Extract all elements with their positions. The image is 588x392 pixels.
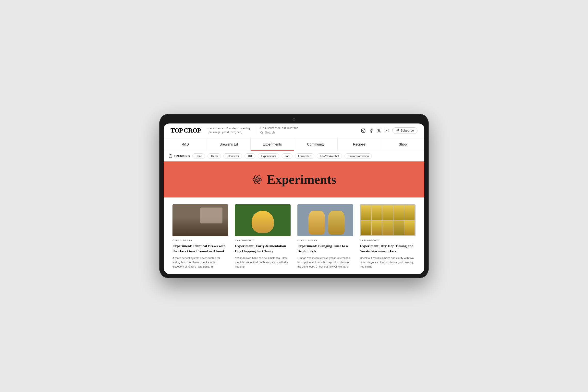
nav-item-brewers-ed[interactable]: Brewer's Ed [207,138,251,151]
nav-item-community[interactable]: Community [294,138,338,151]
article-title-4[interactable]: Experiment: Dry Hop Timing and Yeast-det… [360,244,416,254]
article-image-1 [172,204,228,236]
site-tagline: the science of modern brewing [an omega … [207,127,250,134]
svg-point-3 [362,130,364,131]
search-label: Find something interesting [260,127,356,130]
atom-icon [252,174,263,185]
svg-marker-5 [386,130,387,131]
svg-point-0 [260,131,262,133]
svg-line-1 [262,133,263,134]
device-screen: TOP CROP. the science of modern brewing … [164,124,424,274]
articles-grid: EXPERIMENTS Experiment: Identical Brews … [164,198,424,274]
search-icon [260,131,264,134]
article-image-3 [298,204,353,236]
instagram-icon[interactable] [361,128,366,133]
article-title-1[interactable]: Experiment: Identical Brews with the Haz… [172,244,228,254]
tag-experiments[interactable]: Experiments [258,153,279,159]
social-icons: Subscribe [361,128,418,134]
main-navigation: R&D Brewer's Ed Experiments Community Re… [164,138,424,151]
article-card-2: EXPERIMENTS Experiment: Early-fermentati… [232,204,294,274]
trending-label: TRENDING [168,154,190,158]
article-category-3: EXPERIMENTS [298,239,353,242]
article-title-2[interactable]: Experiment: Early-fermentation Dry Hoppi… [235,244,290,254]
article-card-3: EXPERIMENTS Experiment: Bringing Juice t… [294,204,356,274]
facebook-icon[interactable] [369,128,374,133]
twitter-x-icon[interactable] [376,128,382,133]
subscribe-button[interactable]: Subscribe [392,128,418,134]
article-image-4 [360,204,416,236]
article-card-4: EXPERIMENTS Experiment: Dry Hop Timing a… [356,204,419,274]
svg-point-9 [257,179,258,180]
article-category-4: EXPERIMENTS [360,239,416,242]
tag-thiols[interactable]: Thiols [208,153,221,159]
nav-item-rd[interactable]: R&D [164,138,207,151]
article-category-2: EXPERIMENTS [235,239,290,242]
tag-haze[interactable]: Haze [192,153,205,159]
hero-section: Experiments [164,162,424,198]
site-header: TOP CROP. the science of modern brewing … [164,124,424,138]
tag-101[interactable]: 101 [244,153,255,159]
tag-interviews[interactable]: Interviews [224,153,242,159]
nav-item-shop[interactable]: Shop [381,138,424,151]
article-excerpt-1: A more perfect system never existed for … [172,256,228,269]
article-card-1: EXPERIMENTS Experiment: Identical Brews … [169,204,232,274]
tag-lab[interactable]: Lab [282,153,292,159]
svg-point-10 [253,178,262,181]
globe-icon [168,154,172,158]
hero-title: Experiments [267,172,336,187]
tag-fermented[interactable]: Fermented [295,153,314,159]
svg-rect-2 [362,129,365,132]
trending-bar: TRENDING Haze Thiols Interviews 101 Expe… [164,151,424,162]
search-placeholder: Search [265,130,275,134]
nav-item-recipes[interactable]: Recipes [338,138,381,151]
article-excerpt-2: Yeast-derived haze can be substantial. H… [235,256,290,269]
search-bar[interactable]: Search [260,130,356,134]
tag-low-no-alcohol[interactable]: Low/No-Alcohol [317,153,342,159]
site-logo[interactable]: TOP CROP. [170,127,202,134]
tag-biotransformation[interactable]: Biotransformation [344,153,372,159]
youtube-icon[interactable] [384,128,389,133]
article-category-1: EXPERIMENTS [172,239,228,242]
subscribe-icon [396,129,399,132]
device-frame: TOP CROP. the science of modern brewing … [159,114,429,278]
search-section: Find something interesting Search [255,127,356,134]
svg-point-4 [364,129,364,130]
device-camera [292,118,296,121]
article-image-2 [235,204,290,236]
article-title-3[interactable]: Experiment: Bringing Juice to a Bright S… [298,244,353,254]
nav-item-experiments[interactable]: Experiments [251,138,294,151]
article-excerpt-3: Omega Yeast can remove yeast-determined … [298,256,353,269]
article-excerpt-4: Check out results in haze and clarity wi… [360,256,416,269]
